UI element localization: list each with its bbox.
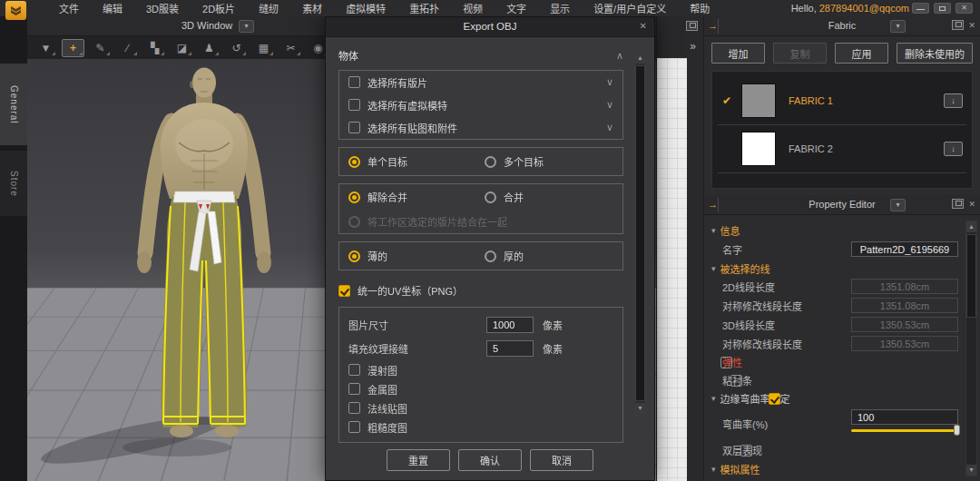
dialog-close-icon[interactable]: ✕ — [640, 21, 647, 31]
unified-uv-checkbox[interactable] — [338, 285, 350, 297]
simulate-icon[interactable]: ▼ — [34, 39, 57, 57]
menu-file[interactable]: 文件 — [47, 1, 91, 15]
tab-store[interactable]: Store — [0, 151, 27, 216]
popout-2d-icon[interactable] — [686, 21, 698, 31]
fabric-copy-button[interactable]: 复制 — [773, 43, 827, 64]
rotate-object-icon[interactable]: ↺ — [225, 39, 248, 57]
elastic-checkbox[interactable] — [720, 357, 732, 368]
dialog-scrollbar[interactable]: ▲ ▼ — [634, 52, 646, 415]
restore-icon[interactable] — [934, 3, 951, 14]
menu-display[interactable]: 显示 — [538, 1, 582, 15]
menu-help[interactable]: 帮助 — [678, 1, 721, 15]
menu-text[interactable]: 文字 — [495, 1, 538, 15]
menu-sewing[interactable]: 缝纫 — [247, 1, 290, 15]
image-size-input[interactable] — [486, 317, 534, 333]
fabric-name[interactable]: FABRIC 1 — [789, 95, 944, 106]
menu-retopology[interactable]: 重拓扑 — [397, 1, 451, 15]
double-layer-checkbox[interactable] — [740, 445, 752, 456]
section-selected-line[interactable]: 被选择的线 — [720, 261, 770, 276]
slider-thumb[interactable] — [954, 425, 960, 436]
menu-settings[interactable]: 设置/用户自定义 — [582, 1, 678, 15]
edge-curvature-checkbox[interactable] — [769, 393, 780, 405]
account-email[interactable]: 287894001@qqcom — [819, 3, 909, 14]
seam-padding-input[interactable] — [486, 340, 534, 357]
section-triangle-icon[interactable]: ▾ — [711, 264, 716, 273]
single-target-radio[interactable] — [348, 156, 360, 168]
menu-2d-pattern[interactable]: 2D板片 — [191, 1, 247, 15]
merge-radio[interactable] — [485, 191, 496, 203]
section-simulation[interactable]: 模拟属性 — [720, 462, 760, 476]
curvature-input[interactable] — [851, 409, 958, 425]
scroll-down-icon[interactable]: ▼ — [635, 403, 645, 414]
thin-radio[interactable] — [348, 250, 360, 262]
save-fabric-icon[interactable]: ↓ — [944, 93, 963, 108]
chevron-down-icon[interactable]: ∨ — [606, 122, 613, 133]
panel-3d-dropdown-icon[interactable]: ▾ — [239, 20, 254, 33]
select-all-patterns-checkbox[interactable] — [348, 76, 360, 88]
clothes-icon[interactable]: ▚ — [143, 39, 166, 57]
property-scrollbar[interactable]: ▲ ▼ — [965, 221, 977, 476]
select-all-patterns-row[interactable]: 选择所有版片 ∨ — [348, 71, 613, 93]
fabric-name[interactable]: FABRIC 2 — [789, 143, 944, 154]
diffuse-map-checkbox[interactable] — [348, 364, 360, 376]
select-all-textures-checkbox[interactable] — [348, 122, 360, 133]
tab-general[interactable]: General — [0, 64, 27, 145]
menu-3d-garment[interactable]: 3D服装 — [134, 1, 191, 15]
avatar-tool-icon[interactable]: ♟ — [198, 39, 220, 57]
fabric-popout-icon[interactable] — [952, 20, 964, 30]
fabric-add-button[interactable]: 增加 — [711, 43, 765, 64]
property-dropdown-icon[interactable]: ▾ — [890, 199, 906, 211]
metalness-map-checkbox[interactable] — [348, 383, 360, 395]
section-triangle-icon[interactable]: ▾ — [711, 394, 716, 403]
menu-edit[interactable]: 编辑 — [91, 1, 134, 15]
section-triangle-icon[interactable]: ▾ — [711, 226, 716, 235]
select-brush-icon[interactable]: ✎ — [89, 39, 112, 57]
cancel-button[interactable]: 取消 — [530, 449, 593, 471]
menu-video[interactable]: 视频 — [451, 1, 495, 15]
roughness-map-checkbox[interactable] — [348, 421, 360, 433]
fabric-apply-button[interactable]: 应用 — [835, 43, 888, 64]
section-info[interactable]: 信息 — [720, 223, 740, 238]
select-all-avatars-checkbox[interactable] — [348, 99, 360, 111]
property-close-icon[interactable]: ✕ — [968, 200, 975, 209]
select-move-icon[interactable]: + — [62, 39, 84, 57]
pin-line-icon[interactable]: ∕ — [116, 39, 139, 57]
curvature-slider[interactable] — [851, 429, 958, 432]
scroll-down-icon[interactable]: ▼ — [966, 465, 976, 476]
thick-radio[interactable] — [485, 250, 496, 262]
normal-map-checkbox[interactable] — [348, 402, 360, 414]
select-all-avatars-row[interactable]: 选择所有虚拟模特 ∨ — [348, 93, 613, 116]
confirm-button[interactable]: 确认 — [458, 449, 522, 471]
pattern-grid-2d[interactable] — [657, 58, 687, 481]
minimize-icon[interactable] — [912, 3, 929, 14]
pattern-name-input[interactable] — [851, 241, 958, 257]
scroll-up-icon[interactable]: ▲ — [966, 221, 976, 232]
scrollbar-thumb[interactable] — [966, 234, 976, 318]
chevron-up-icon[interactable]: ∧ — [616, 50, 623, 62]
unmerge-radio[interactable] — [348, 191, 360, 203]
select-all-textures-row[interactable]: 选择所有贴图和附件 ∨ — [348, 116, 613, 139]
fabric-item-2[interactable]: FABRIC 2 ↓ — [712, 125, 972, 172]
sewing-tool-icon[interactable]: ✂ — [279, 39, 302, 57]
scroll-up-icon[interactable]: ▲ — [635, 53, 645, 64]
chevron-down-icon[interactable]: ∨ — [606, 99, 613, 111]
fabric-delete-unused-button[interactable]: 删除未使用的 — [897, 43, 973, 64]
fuse-tape-checkbox[interactable] — [730, 375, 742, 387]
fabric-close-icon[interactable]: ✕ — [968, 21, 975, 30]
chevron-down-icon[interactable]: ∨ — [606, 76, 613, 88]
flip-garment-icon[interactable]: ◪ — [171, 39, 193, 57]
fabric-swatch[interactable] — [741, 132, 776, 166]
save-fabric-icon[interactable]: ↓ — [944, 142, 963, 156]
property-popout-icon[interactable] — [952, 199, 964, 209]
collapse-chevron-icon[interactable]: » — [690, 40, 696, 53]
fabric-item-1[interactable]: ✔ FABRIC 1 ↓ — [712, 77, 972, 124]
close-icon[interactable]: ✕ — [956, 3, 973, 14]
wind-grid-icon[interactable]: ▦ — [252, 39, 275, 57]
menu-avatar[interactable]: 虚拟模特 — [334, 1, 397, 15]
section-triangle-icon[interactable]: ▾ — [711, 465, 716, 474]
fabric-dropdown-icon[interactable]: ▾ — [890, 20, 906, 33]
fabric-swatch[interactable] — [741, 83, 776, 118]
reset-button[interactable]: 重置 — [387, 449, 450, 471]
dialog-titlebar[interactable]: Export OBJ ✕ — [326, 17, 654, 37]
scrollbar-thumb[interactable] — [635, 65, 645, 401]
